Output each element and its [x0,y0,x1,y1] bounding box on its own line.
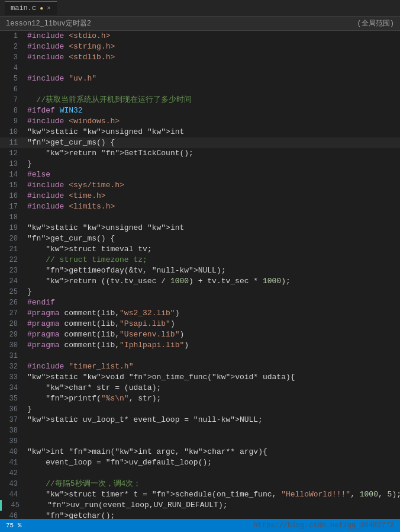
line-content [25,212,400,223]
code-line: 36} [0,404,400,415]
code-line: 23 "fn">gettimeofday(&tv, "null-kw">NULL… [0,265,400,276]
line-number: 7 [0,95,25,105]
line-content: "kw">static "kw">void "fn">on_time_func(… [25,372,400,383]
line-content [25,84,400,95]
code-line: 32#include "timer_list.h" [0,361,400,372]
line-number: 32 [0,361,25,372]
code-line: 40"kw">int "fn">main("kw">int argc, "kw"… [0,447,400,457]
line-content: #pragma comment(lib,"Psapi.lib") [25,319,400,329]
line-content [25,425,400,436]
line-content: //获取当前系统从开机到现在运行了多少时间 [25,95,400,105]
line-content: "kw">struct timer* t = "fn">schedule(on_… [25,489,400,500]
line-number: 45 [2,500,27,511]
line-number: 16 [0,191,25,201]
code-line: 13} [0,159,400,169]
line-number: 22 [0,255,25,265]
code-line: 14#else [0,169,400,180]
code-line: 33"kw">static "kw">void "fn">on_time_fun… [0,372,400,383]
line-number: 24 [0,276,25,287]
line-content: #include <string.h> [25,41,400,52]
line-number: 2 [0,41,25,52]
code-line: 21 "kw">struct timeval tv; [0,244,400,255]
code-line: 28#pragma comment(lib,"Psapi.lib") [0,319,400,329]
line-number: 39 [0,436,25,447]
line-content: #include <limits.h> [25,201,400,212]
tab[interactable]: main.c ● × [5,1,57,15]
line-content: #pragma comment(lib,"Iphlpapi.lib") [25,340,400,351]
line-content: } [25,159,400,169]
line-number: 15 [0,180,25,191]
line-number: 44 [0,489,25,500]
code-line: 22 // struct timezone tz; [0,255,400,265]
line-number: 27 [0,308,25,319]
line-number: 35 [0,393,25,404]
code-line: 42 [0,468,400,479]
line-number: 11 [0,137,25,148]
code-line: 18 [0,212,400,223]
file-header: lesson12_libuv定时器2 (全局范围) [0,17,400,31]
line-content: //每隔5秒调一次，调4次； [25,479,400,489]
code-line: 24 "kw">return ((tv.tv_usec / 1000) + tv… [0,276,400,287]
file-label: lesson12_libuv定时器2 [6,18,91,28]
line-content: #include <windows.h> [25,116,400,127]
line-number: 33 [0,372,25,383]
scope-label: (全局范围) [357,18,394,28]
code-line: 12 "kw">return "fn">GetTickCount(); [0,148,400,159]
line-number: 17 [0,201,25,212]
editor[interactable]: 1#include <stdio.h>2#include <string.h>3… [0,31,400,519]
line-number: 3 [0,52,25,63]
code-line: 26#endif [0,297,400,308]
line-content: } [25,287,400,297]
line-number: 46 [0,511,25,519]
line-number: 43 [0,479,25,489]
line-number: 1 [0,31,25,41]
line-content: "fn">get_cur_ms() { [25,233,400,244]
tab-label: main.c [11,4,36,12]
code-line: 39 [0,436,400,447]
code-line: 35 "fn">printf("%s\n", str); [0,393,400,404]
tab-close[interactable]: × [47,5,51,12]
code-line: 6 [0,84,400,95]
code-line: 27#pragma comment(lib,"ws2_32.lib") [0,308,400,319]
code-line: 31 [0,351,400,361]
code-line: 1#include <stdio.h> [0,31,400,41]
line-content: } [25,404,400,415]
title-bar: main.c ● × [0,0,400,17]
line-number: 4 [0,63,25,73]
line-content: "kw">return ((tv.tv_usec / 1000) + tv.tv… [25,276,400,287]
code-line: 5#include "uv.h" [0,73,400,84]
line-content: "kw">char* str = (udata); [25,383,400,393]
line-content: #ifdef WIN32 [25,105,400,116]
line-number: 14 [0,169,25,180]
watermark: https://blog.csdn.net/qq_36482772 [253,521,394,530]
line-content: #pragma comment(lib,"ws2_32.lib") [25,308,400,319]
line-content: event_loop = "fn">uv_default_loop(); [25,457,400,468]
code-line: 41 event_loop = "fn">uv_default_loop(); [0,457,400,468]
line-content: "kw">static "kw">unsigned "kw">int [25,127,400,137]
line-number: 42 [0,468,25,479]
line-number: 25 [0,287,25,297]
line-number: 10 [0,127,25,137]
code-line: 19"kw">static "kw">unsigned "kw">int [0,223,400,233]
line-content: #include <sys/time.h> [25,180,400,191]
line-number: 9 [0,116,25,127]
line-content: #include <stdlib.h> [25,52,400,63]
line-content: "kw">static "kw">unsigned "kw">int [25,223,400,233]
line-content: "fn">get_cur_ms() { [25,137,400,148]
line-number: 29 [0,329,25,340]
code-line: 30#pragma comment(lib,"Iphlpapi.lib") [0,340,400,351]
line-number: 37 [0,415,25,425]
code-line: 10"kw">static "kw">unsigned "kw">int [0,127,400,137]
line-number: 13 [0,159,25,169]
tab-dot: ● [40,5,43,12]
line-content: "fn">gettimeofday(&tv, "null-kw">NULL); [25,265,400,276]
line-content: "kw">return "fn">GetTickCount(); [25,148,400,159]
line-content: #include <time.h> [25,191,400,201]
line-content: "kw">static uv_loop_t* event_loop = "nul… [25,415,400,425]
line-content: #else [25,169,400,180]
line-content: "kw">int "fn">main("kw">int argc, "kw">c… [25,447,400,457]
line-content: "kw">struct timeval tv; [25,244,400,255]
line-number: 19 [0,223,25,233]
line-number: 26 [0,297,25,308]
line-content: #include "timer_list.h" [25,361,400,372]
